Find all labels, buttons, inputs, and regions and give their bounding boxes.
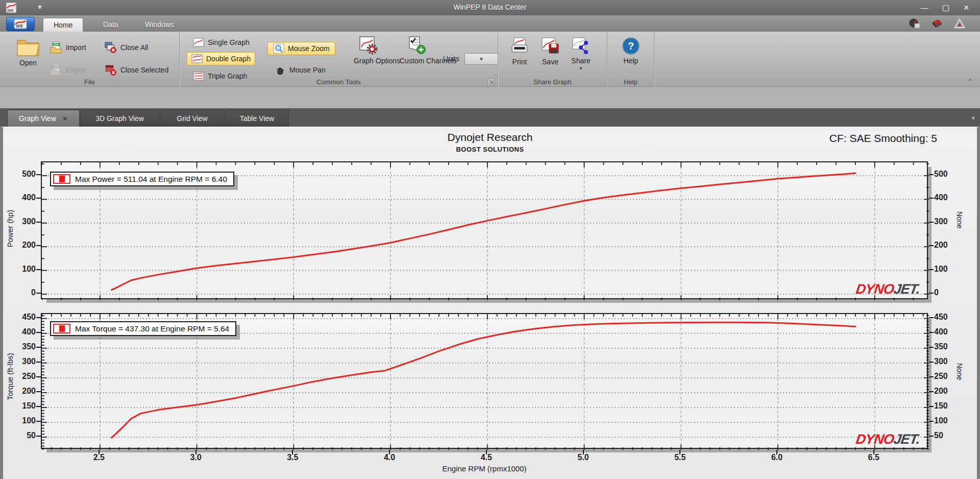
close-button[interactable]: ✕: [958, 2, 975, 13]
y-tick-label: 0: [11, 288, 36, 297]
gauge-icon[interactable]: [909, 18, 921, 29]
tab-close-icon[interactable]: ✕: [62, 110, 68, 127]
print-button[interactable]: Print: [505, 37, 534, 66]
minimize-button[interactable]: —: [916, 2, 933, 13]
y-tick-label: 400: [11, 193, 36, 202]
double-graph-button[interactable]: Double Graph: [187, 52, 255, 65]
y-tick-mark: [36, 174, 41, 175]
y-tick-mark: [929, 436, 934, 437]
y-tick-label: 100: [934, 265, 959, 274]
warning-triangle-icon[interactable]: [953, 18, 966, 29]
tab-data[interactable]: Data: [93, 18, 129, 32]
mouse-pan-button[interactable]: Mouse Pan: [270, 63, 331, 77]
y-tick-label: 100: [11, 265, 36, 274]
correction-factor-label: CF: SAE Smoothing: 5: [829, 132, 937, 145]
y-tick-label: 450: [11, 313, 36, 322]
y-tick-mark: [36, 421, 41, 422]
x-tick-mark: [486, 450, 487, 454]
y-tick-mark: [929, 332, 934, 333]
tab-table-view[interactable]: Table View: [225, 110, 289, 127]
y-tick-label: 300: [11, 357, 36, 366]
save-floppy-icon: [541, 37, 560, 56]
window-title: WinPEP 8 Data Center: [0, 3, 980, 11]
torque-plot[interactable]: DYNOJET. Max Torque = 437.30 at Engine R…: [41, 313, 928, 449]
winpep-logo-icon: W8: [11, 18, 30, 30]
y-tick-label: 150: [11, 401, 36, 411]
y-tick-label: 300: [11, 217, 36, 226]
hand-pan-icon: [275, 65, 286, 75]
y-tick-mark: [929, 222, 934, 223]
graph-options-button[interactable]: Graph Options: [347, 36, 390, 65]
y-tick-mark: [929, 293, 934, 294]
y-tick-mark: [929, 245, 934, 246]
group-label-help: Help: [607, 78, 654, 86]
import-button[interactable]: CSV Import: [50, 41, 86, 54]
graph-view-panel: Dynojet Research BOOST SOLUTIONS CF: SAE…: [0, 127, 980, 479]
ribbon-collapse-icon[interactable]: ⌃: [968, 78, 973, 85]
dialog-launcher-icon[interactable]: ⇲: [487, 78, 495, 85]
help-icon: ?: [622, 37, 640, 55]
dynojet-watermark: DYNOJET.: [855, 281, 921, 297]
y-tick-label: 200: [934, 387, 959, 396]
maximize-button[interactable]: ▢: [937, 2, 954, 13]
y-tick-mark: [36, 406, 41, 407]
y-tick-mark: [36, 317, 41, 318]
y-tick-label: 300: [934, 217, 959, 226]
y-tick-label: 50: [934, 431, 959, 440]
tab-windows[interactable]: Windows: [135, 18, 184, 32]
power-plot[interactable]: DYNOJET. Max Power = 511.04 at Engine RP…: [41, 161, 928, 299]
tab-graph-view[interactable]: Graph View✕: [7, 110, 80, 127]
ribbon-group-common-tools: Single Graph Double Graph Triple Graph: [180, 32, 498, 87]
units-dropdown[interactable]: ▼: [464, 53, 498, 65]
torque-legend: Max Torque = 437.30 at Engine RPM = 5.64: [50, 321, 236, 336]
y-tick-label: 50: [11, 431, 36, 440]
y-tick-label: 200: [11, 241, 36, 250]
svg-text:CSV: CSV: [54, 43, 59, 46]
power-axis-title: Power (hp): [6, 198, 14, 259]
share-button[interactable]: Share ▼: [567, 37, 595, 71]
window-background-band: [0, 87, 980, 108]
device-icon[interactable]: [931, 18, 943, 29]
y-tick-mark: [929, 376, 934, 377]
x-tick-mark: [873, 450, 874, 454]
close-all-button[interactable]: Close All: [105, 41, 148, 54]
save-button[interactable]: Save: [537, 37, 564, 66]
share-dropdown-arrow-icon[interactable]: ▼: [579, 66, 583, 71]
close-all-icon: [105, 41, 117, 54]
y-tick-label: 250: [11, 372, 36, 381]
close-selected-button[interactable]: Close Selected: [105, 63, 168, 77]
y-tick-mark: [36, 436, 41, 437]
group-label-common-tools: Common Tools: [180, 78, 498, 86]
mouse-zoom-button[interactable]: Mouse Zoom: [267, 42, 335, 55]
tab-3d-graph-view[interactable]: 3D Graph View: [80, 110, 159, 127]
application-menu-button[interactable]: W8: [6, 17, 35, 31]
single-graph-button[interactable]: Single Graph: [189, 36, 254, 49]
max-power-label: Max Power = 511.04 at Engine RPM = 6.40: [75, 175, 227, 184]
y-tick-label: 100: [11, 416, 36, 425]
y-tick-mark: [36, 362, 41, 363]
legend-swatch-icon: [53, 324, 70, 333]
y-tick-mark: [929, 421, 934, 422]
y-tick-label: 250: [934, 372, 959, 381]
ribbon: Open CSV Import CSV Export: [0, 32, 980, 87]
y-tick-mark: [929, 391, 934, 392]
open-button[interactable]: Open: [11, 36, 45, 67]
y-tick-label: 500: [11, 170, 36, 179]
x-axis-title: Engine RPM (rpmx1000): [382, 464, 586, 473]
tab-list-dropdown-icon[interactable]: ▼: [971, 115, 976, 121]
custom-channels-button[interactable]: Custom Channels: [393, 36, 440, 65]
x-tick-mark: [679, 450, 680, 454]
y-tick-mark: [929, 269, 934, 270]
svg-text:CSV: CSV: [54, 65, 59, 68]
y-tick-mark: [929, 198, 934, 199]
help-button[interactable]: ? Help: [618, 37, 644, 65]
dynojet-watermark: DYNOJET.: [855, 432, 921, 447]
chevron-down-icon: ▼: [479, 56, 484, 62]
y-tick-label: 350: [11, 342, 36, 351]
chart-subtitle: BOOST SOLUTIONS: [3, 146, 977, 153]
legend-swatch-icon: [53, 174, 70, 184]
svg-text:?: ?: [628, 40, 634, 52]
x-tick-mark: [292, 450, 293, 454]
tab-grid-view[interactable]: Grid View: [160, 110, 225, 127]
tab-home[interactable]: Home: [43, 18, 83, 32]
